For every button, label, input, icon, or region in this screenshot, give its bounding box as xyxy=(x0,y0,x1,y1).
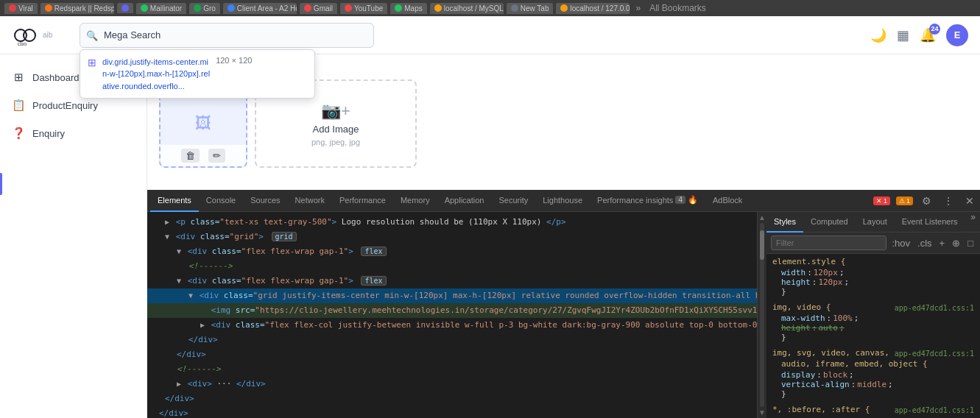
tab-label: Computed xyxy=(811,217,848,226)
devtools-tab-perfinsights[interactable]: Performance insights 4 🔥 xyxy=(590,190,705,212)
tab-favicon xyxy=(228,4,235,12)
tab-favicon xyxy=(395,4,402,12)
style-property-line: height : 120px ; xyxy=(772,277,974,287)
hov-btn[interactable]: :hov xyxy=(889,238,912,249)
devtools-tab-performance[interactable]: Performance xyxy=(332,190,393,212)
main-area: ⊞ Dashboard 📋 ProductEnquiry ❓ Enquiry A… xyxy=(0,54,980,418)
tab-label: Application xyxy=(445,196,484,205)
scroll-down-btn[interactable]: ▼ xyxy=(758,408,766,417)
delete-image-btn[interactable]: 🗑 xyxy=(181,149,200,163)
triangle-icon: ▼ xyxy=(177,247,181,255)
triangle-icon: ▶ xyxy=(165,218,169,226)
dark-mode-icon[interactable]: 🌙 xyxy=(870,27,886,43)
all-bookmarks-btn[interactable]: All Bookmarks xyxy=(649,3,706,13)
elements-panel[interactable]: ▶ <p class="text-xs text-gray-500"> Logo… xyxy=(147,212,758,418)
devtools-tab-adblock[interactable]: AdBlock xyxy=(705,190,750,212)
productenquiry-icon: 📋 xyxy=(12,99,25,112)
browser-tab-localhost[interactable]: localhost / 127.0.0... xyxy=(556,3,630,14)
scroll-track[interactable] xyxy=(760,223,764,407)
browser-tab-gro[interactable]: Gro xyxy=(189,3,220,14)
tab-label: Mailinator xyxy=(150,4,182,13)
tab-label: New Tab xyxy=(521,4,549,13)
error-badge: ✕ 1 xyxy=(873,196,890,205)
search-tooltip: ⊞ div.grid.justify-items-center.mi n-w-[… xyxy=(80,49,315,99)
add-image-icon: 📷+ xyxy=(321,102,350,121)
style-property-line: display : block ; xyxy=(772,370,974,380)
browser-tab-viral[interactable]: Viral xyxy=(4,3,38,14)
triangle-icon: ▼ xyxy=(177,277,181,285)
devtools-tab-sources[interactable]: Sources xyxy=(243,190,287,212)
cls-btn[interactable]: .cls xyxy=(915,238,934,249)
browser-tab-redspark[interactable]: Redspark || Redsp... xyxy=(40,3,114,14)
style-property-line: vertical-align : middle ; xyxy=(772,380,974,389)
search-container: 🔍 ⊞ div.grid.justify-items-center.mi n-w… xyxy=(80,23,374,48)
dom-line: </div> xyxy=(147,347,757,362)
dom-line: ▶ <img src="https://clio-jewellery.meeht… xyxy=(147,303,757,318)
devtools-tabs-right: ✕ 1 ⚠ 1 ⚙ ⋮ ✕ xyxy=(873,195,977,207)
devtools-tab-security[interactable]: Security xyxy=(491,190,535,212)
devtools-close-btn[interactable]: ✕ xyxy=(962,195,977,207)
tab-favicon xyxy=(560,4,568,12)
dom-line-selected[interactable]: ▼ <div class="grid justify-items-center … xyxy=(147,288,757,303)
styles-content: element.style { width : 120px ; height xyxy=(766,254,980,418)
dom-line: ▼ <div class="flex flex-wrap gap-1"> fle… xyxy=(147,244,757,259)
warning-icon: ⚠ xyxy=(899,197,905,205)
new-style-rule-btn[interactable]: ⊕ xyxy=(950,238,962,249)
edit-image-btn[interactable]: ✏ xyxy=(208,149,225,163)
browser-tab-3[interactable] xyxy=(117,3,133,13)
notification-bell[interactable]: 🔔 24 xyxy=(920,27,936,43)
styles-tab-computed[interactable]: Computed xyxy=(803,212,856,233)
tooltip-code-block: div.grid.justify-items-center.mi n-w-[12… xyxy=(102,56,210,93)
scroll-thumb[interactable] xyxy=(760,230,764,260)
tab-favicon xyxy=(511,4,518,12)
tab-label: Maps xyxy=(404,4,422,13)
tab-label: localhost / 127.0.0... xyxy=(570,4,630,13)
tooltip-grid-icon: ⊞ xyxy=(88,57,96,68)
more-tabs-btn[interactable]: » xyxy=(635,3,641,13)
tab-favicon xyxy=(9,4,16,12)
styles-tabs-more[interactable]: » xyxy=(966,212,980,232)
browser-tab-newtab[interactable]: New Tab xyxy=(507,3,554,14)
tab-label: Gmail xyxy=(314,4,333,13)
styles-tab-layout[interactable]: Layout xyxy=(856,212,895,233)
content-and-devtools: Aspect ration (1320px X 300px) 🖼 🗑 ✏ xyxy=(147,54,980,418)
browser-tab-maps[interactable]: Maps xyxy=(390,3,426,14)
devtools-tab-application[interactable]: Application xyxy=(437,190,492,212)
browser-tab-mailinator[interactable]: Mailinator xyxy=(136,3,186,14)
devtools-tab-console[interactable]: Console xyxy=(199,190,243,212)
tab-label: Gro xyxy=(203,4,216,13)
svg-text:clio: clio xyxy=(18,40,27,47)
browser-tab-clientarea[interactable]: Client Area - A2 Ho... xyxy=(223,3,297,14)
browser-tab-gmail[interactable]: Gmail xyxy=(300,3,337,14)
tab-favicon xyxy=(45,4,52,12)
tab-label: Styles xyxy=(774,217,796,226)
tab-label: AdBlock xyxy=(713,196,742,205)
devtools-tab-network[interactable]: Network xyxy=(288,190,332,212)
add-style-btn[interactable]: + xyxy=(937,238,948,249)
devtools-settings-btn[interactable]: ⚙ xyxy=(919,195,934,207)
app-wrapper: clio aib 🔍 ⊞ div.grid.justify-items-cent… xyxy=(0,16,980,418)
logo-icon: clio xyxy=(12,22,38,49)
sidebar-item-enquiry[interactable]: ❓ Enquiry xyxy=(0,119,147,147)
filter-input[interactable] xyxy=(771,235,886,250)
devtools-tab-elements[interactable]: Elements xyxy=(150,190,199,212)
devtools-tab-lighthouse[interactable]: Lighthouse xyxy=(535,190,590,212)
browser-tab-mysql[interactable]: localhost / MySQL... xyxy=(430,3,504,14)
flex-badge: flex xyxy=(361,247,386,256)
search-input[interactable] xyxy=(80,23,374,48)
add-image-types: png, jpeg, jpg xyxy=(311,138,360,146)
devtools-more-btn[interactable]: ⋮ xyxy=(940,195,956,207)
devtools-scrollbar[interactable]: ▲ ▼ xyxy=(758,212,766,418)
devtools-tab-memory[interactable]: Memory xyxy=(393,190,437,212)
toggle-color-format-btn[interactable]: □ xyxy=(965,238,976,249)
browser-tab-youtube[interactable]: YouTube xyxy=(340,3,387,14)
styles-tab-styles[interactable]: Styles xyxy=(766,212,803,233)
avatar-button[interactable]: E xyxy=(946,24,968,46)
tab-favicon xyxy=(141,4,148,12)
sidebar-active-indicator xyxy=(0,173,2,195)
layout-icon[interactable]: ▦ xyxy=(897,27,909,43)
styles-tab-event-listeners[interactable]: Event Listeners xyxy=(895,212,965,233)
style-property-line: max-width : 100% ; xyxy=(772,314,974,323)
tab-label: localhost / MySQL... xyxy=(444,4,504,13)
scroll-up-btn[interactable]: ▲ xyxy=(758,213,766,222)
